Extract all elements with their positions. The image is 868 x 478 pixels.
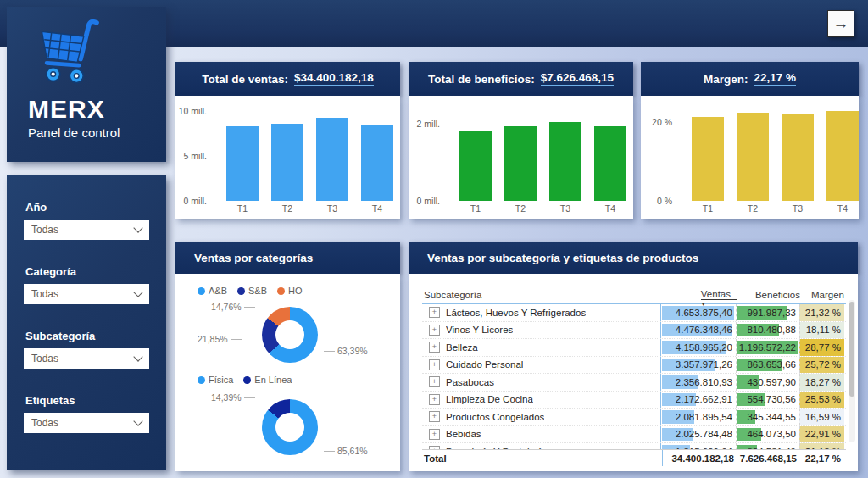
kpi-ventas-label: Total de ventas: [202, 73, 288, 86]
categories-panel: A&B S&B HO 14,76% 21,85% 63,39% Física E… [175, 274, 400, 471]
kpi-beneficios-value[interactable]: $7.626.468,15 [541, 71, 614, 86]
legend-dot-icon [243, 376, 251, 384]
table-row[interactable]: +Pasabocas 2.356.810,93 430.597,90 18,27… [422, 374, 846, 392]
subcategoria-dropdown-value: Todas [31, 353, 58, 364]
legend-item: En Línea [243, 375, 292, 385]
dashboard: → MERX Panel de control Año Todas [0, 0, 868, 478]
table-row[interactable]: +Cuidado Personal 3.357.971,26 863.653,6… [422, 357, 846, 375]
table-scrollbar[interactable] [849, 300, 855, 442]
total-margen: 22,17 % [805, 453, 844, 464]
nav-forward-button[interactable]: → [827, 10, 854, 37]
table-row[interactable]: +Panadería Y Pastelería 1.815.609,64 384… [422, 443, 846, 449]
kpi-margen-header: Margen: 22,17 % [641, 62, 859, 96]
channel-legend[interactable]: Física En Línea [198, 375, 292, 385]
donut-label: 63,39% [321, 346, 368, 356]
legend-dot-icon [198, 376, 205, 384]
expand-row-icon[interactable]: + [429, 394, 440, 405]
chevron-down-icon [133, 287, 142, 297]
table-row[interactable]: +Limpieza De Cocina 2.172.662,91 554.730… [422, 392, 846, 409]
expand-row-icon[interactable]: + [429, 342, 440, 353]
legend-item: A&B [198, 286, 227, 296]
legend-item: Física [198, 375, 233, 385]
ventas-trimestre-bar-chart[interactable]: 10 mill.5 mill.0 mill.T1T2T3T4 [175, 106, 400, 218]
expand-row-icon[interactable]: + [429, 325, 440, 336]
table-row[interactable]: +Lácteos, Huevos Y Refrigerados 4.653.87… [422, 304, 846, 322]
expand-row-icon[interactable]: + [429, 307, 440, 318]
subcategoria-dropdown[interactable]: Todas [24, 348, 149, 369]
brand-subtitle: Panel de control [28, 125, 166, 140]
donut-label: 21,85% [198, 334, 244, 344]
chevron-down-icon [133, 416, 142, 425]
donut-label: 85,61% [321, 446, 368, 456]
filter-label-ano: Año [25, 201, 149, 214]
categories-donut-chart[interactable] [262, 307, 318, 363]
column-header-ventas[interactable]: Ventas ▼ [663, 289, 737, 300]
legend-dot-icon [237, 287, 245, 295]
expand-row-icon[interactable]: + [429, 429, 440, 440]
category-legend[interactable]: A&B S&B HO [198, 286, 303, 296]
total-beneficios: 7.626.468,15 [740, 453, 800, 464]
kpi-ventas-header: Total de ventas: $34.400.182,18 [175, 62, 400, 96]
table-panel-header: Ventas por subcategoría y etiquetas de p… [409, 242, 858, 274]
brand-card: MERX Panel de control [7, 7, 166, 162]
ano-dropdown[interactable]: Todas [24, 220, 149, 240]
table-panel: Subcategoría Ventas ▼ Beneficios Margen … [409, 274, 858, 471]
shopping-cart-icon [32, 19, 166, 88]
table-panel-title: Ventas por subcategoría y etiquetas de p… [427, 252, 698, 264]
categoria-dropdown[interactable]: Todas [24, 284, 149, 304]
table-row[interactable]: +Vinos Y Licores 4.476.348,46 810.480,88… [422, 322, 846, 340]
scrollbar-thumb[interactable] [849, 302, 854, 397]
column-header-subcategoria[interactable]: Subcategoría [424, 290, 663, 300]
beneficios-trimestre-bar-chart[interactable]: 2 mill.0 mill.T1T2T3T4 [409, 106, 633, 218]
table-row[interactable]: +Bebidas 2.025.784,48 464.073,50 22,91 % [422, 426, 846, 444]
column-header-beneficios[interactable]: Beneficios [737, 290, 800, 300]
categories-panel-header: Ventas por categorías [175, 242, 400, 274]
etiquetas-dropdown-value: Todas [31, 417, 58, 429]
expand-row-icon[interactable]: + [429, 376, 440, 387]
kpi-beneficios-header: Total de beneficios: $7.626.468,15 [409, 62, 633, 96]
legend-dot-icon [198, 287, 205, 295]
donut-label: 14,76% [211, 302, 258, 312]
column-header-margen[interactable]: Margen [800, 290, 844, 300]
kpi-margen-value[interactable]: 22,17 % [754, 71, 796, 86]
chevron-down-icon [133, 352, 142, 361]
legend-item: S&B [237, 286, 267, 296]
margen-trimestre-bar-chart[interactable]: 20 %0 %T1T2T3T4 [641, 106, 859, 218]
categories-panel-title: Ventas por categorías [194, 252, 313, 264]
expand-row-icon[interactable]: + [429, 411, 440, 422]
kpi-margen-label: Margen: [704, 73, 748, 86]
expand-row-icon[interactable]: + [429, 359, 440, 370]
channel-donut-chart[interactable] [262, 399, 318, 455]
filters-card: Año Todas Categoría Todas Subcategoría T… [7, 175, 166, 470]
brand-title: MERX [28, 95, 166, 124]
etiquetas-dropdown[interactable]: Todas [24, 413, 149, 433]
chevron-down-icon [133, 223, 142, 232]
kpi-beneficios-chart-card: 2 mill.0 mill.T1T2T3T4 [409, 96, 633, 219]
filter-label-subcategoria: Subcategoría [25, 330, 149, 342]
legend-dot-icon [277, 287, 285, 295]
total-label: Total [424, 453, 662, 464]
filter-label-categoria: Categoría [25, 265, 149, 278]
filter-label-etiquetas: Etiquetas [25, 394, 149, 407]
right-arrow-icon: → [833, 14, 849, 33]
kpi-beneficios-label: Total de beneficios: [428, 73, 535, 86]
kpi-ventas-value[interactable]: $34.400.182,18 [294, 71, 374, 86]
categoria-dropdown-value: Todas [31, 288, 58, 300]
table-header-row: Subcategoría Ventas ▼ Beneficios Margen [422, 277, 846, 304]
donut-label: 14,39% [211, 392, 258, 403]
table-row[interactable]: +Belleza 4.158.965,20 1.196.572,22 28,77… [422, 339, 846, 357]
total-ventas: 34.400.182,18 [671, 453, 737, 464]
legend-item: HO [277, 286, 303, 296]
ano-dropdown-value: Todas [31, 224, 58, 236]
expand-row-icon[interactable]: + [429, 446, 440, 449]
table-total-row: Total 34.400.182,18 7.626.468,15 22,17 % [422, 449, 846, 466]
table-row[interactable]: +Productos Congelados 2.081.895,54 345.3… [422, 409, 846, 426]
kpi-ventas-chart-card: 10 mill.5 mill.0 mill.T1T2T3T4 [175, 96, 400, 219]
table-body: +Lácteos, Huevos Y Refrigerados 4.653.87… [422, 304, 846, 449]
kpi-margen-chart-card: 20 %0 %T1T2T3T4 [641, 96, 859, 219]
